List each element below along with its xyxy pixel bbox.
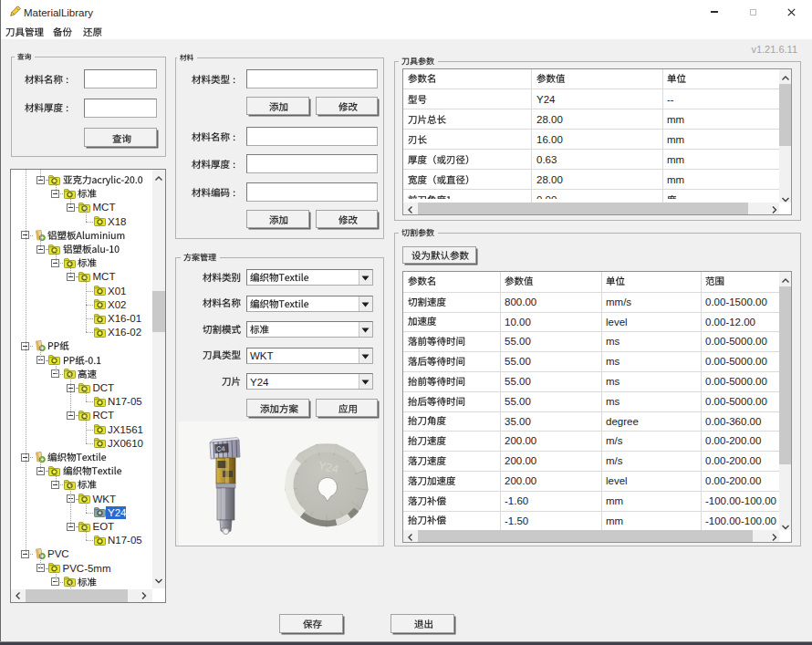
svg-text:C4: C4 — [216, 444, 225, 453]
